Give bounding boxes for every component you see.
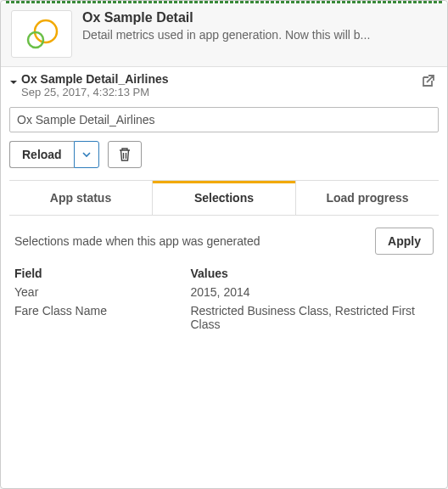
rings-icon	[21, 17, 62, 51]
instance-title: Ox Sample Detail_Airlines	[21, 72, 420, 86]
tab-selections[interactable]: Selections	[153, 181, 296, 215]
detail-panel: Ox Sample Detail Detail metrics used in …	[0, 0, 448, 489]
tab-load-progress[interactable]: Load progress	[296, 181, 439, 215]
instance-timestamp: Sep 25, 2017, 4:32:13 PM	[21, 86, 420, 98]
instance-text: Ox Sample Detail_Airlines Sep 25, 2017, …	[21, 72, 420, 98]
selections-header-row: Selections made when this app was genera…	[14, 228, 434, 255]
table-row: Fare Class Name Restricted Business Clas…	[14, 304, 434, 331]
cell-values: Restricted Business Class, Restricted Fi…	[190, 304, 434, 331]
chevron-down-icon	[82, 150, 91, 159]
reload-button-group: Reload	[9, 141, 99, 168]
svg-point-0	[35, 20, 57, 42]
reload-button[interactable]: Reload	[9, 141, 74, 168]
open-external-button[interactable]	[420, 74, 435, 93]
tab-app-status[interactable]: App status	[9, 181, 153, 215]
reload-dropdown-button[interactable]	[74, 141, 99, 168]
col-header-values: Values	[190, 267, 434, 280]
chevron-down-icon	[9, 78, 18, 87]
cell-field: Fare Class Name	[14, 304, 190, 331]
instance-header: Ox Sample Detail_Airlines Sep 25, 2017, …	[1, 67, 447, 102]
table-row: Year 2015, 2014	[14, 285, 434, 299]
trash-icon	[118, 147, 132, 162]
app-logo	[11, 10, 72, 58]
table-header: Field Values	[14, 267, 434, 280]
header-text: Ox Sample Detail Detail metrics used in …	[82, 10, 437, 42]
toolbar: Reload	[1, 141, 447, 180]
tab-bar: App status Selections Load progress	[9, 180, 439, 216]
delete-button[interactable]	[108, 141, 142, 168]
app-title: Ox Sample Detail	[82, 10, 437, 25]
selections-description: Selections made when this app was genera…	[14, 234, 260, 248]
external-link-icon	[420, 74, 435, 89]
collapse-toggle[interactable]	[9, 75, 21, 90]
app-name-input[interactable]	[9, 107, 439, 132]
tab-content: Selections made when this app was genera…	[1, 216, 447, 348]
cell-values: 2015, 2014	[190, 285, 434, 299]
cell-field: Year	[14, 285, 190, 299]
app-description: Detail metrics used in app generation. N…	[82, 28, 437, 42]
apply-button[interactable]: Apply	[375, 228, 434, 255]
selections-table: Field Values Year 2015, 2014 Fare Class …	[14, 267, 434, 331]
col-header-field: Field	[14, 267, 190, 280]
panel-header: Ox Sample Detail Detail metrics used in …	[1, 3, 447, 67]
